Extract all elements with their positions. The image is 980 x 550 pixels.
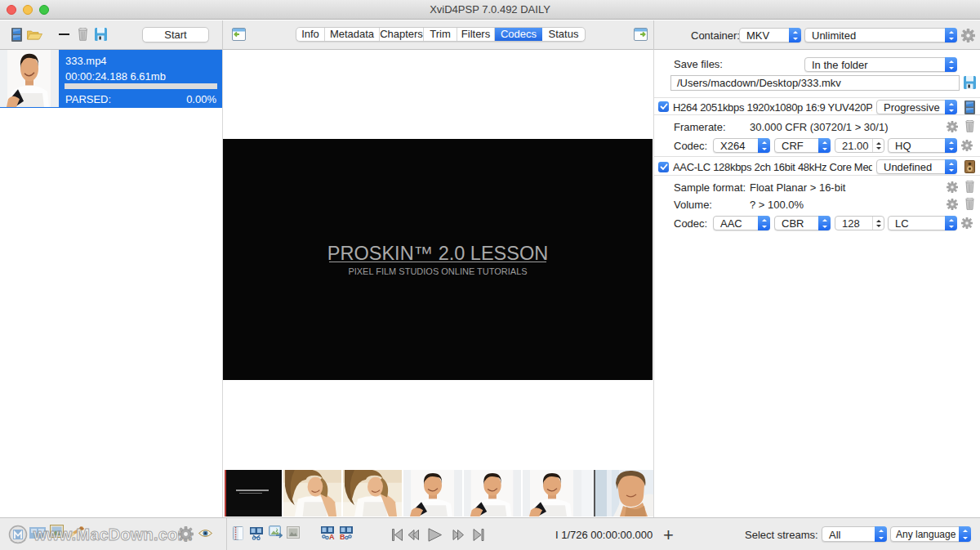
svg-text:B: B [340,533,345,540]
svg-text:A: A [329,533,335,540]
